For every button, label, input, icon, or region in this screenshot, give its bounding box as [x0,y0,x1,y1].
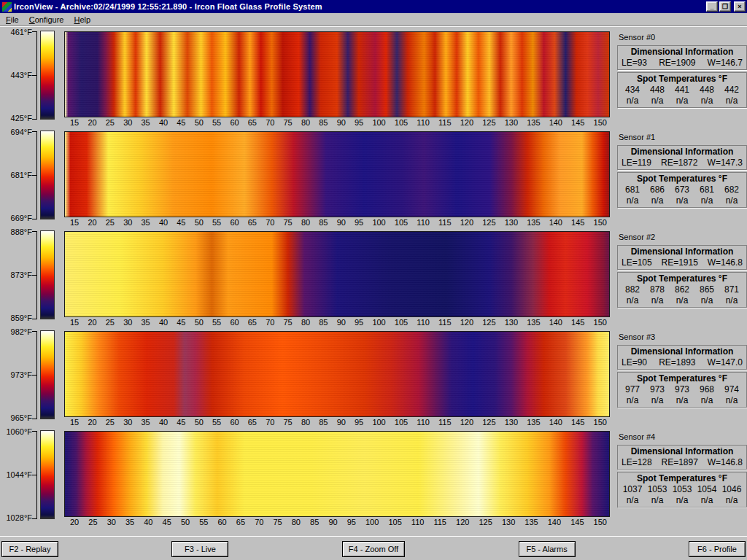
axis-tick-label: 90 [337,118,346,128]
axis-tick-label: 55 [212,318,221,327]
axis-tick-label: 40 [159,418,168,427]
sensor-info-panel: Sensor #2 Dimensional Information LE=105… [617,229,747,310]
minimize-button[interactable]: _ [706,1,718,12]
spot-cell: 1053 [670,484,694,494]
axis-tick-label: 105 [388,518,401,527]
thermal-profile-heatmap[interactable] [64,431,610,517]
sensor-rows: 461°F 443°F 425°F 1520253035404550556065… [0,26,747,529]
menu-file[interactable]: File [1,14,24,26]
sensor-info-panel: Sensor #1 Dimensional Information LE=119… [617,129,747,210]
axis-tick-label: 90 [337,218,346,228]
spot-cell: 686 [645,184,670,195]
axis-tick-label: 150 [594,318,607,327]
axis-tick-label: 35 [125,518,134,527]
axis-tick-label: 105 [395,118,408,128]
f5-alarms-button[interactable]: F5 - Alarms [519,541,576,557]
axis-tick-label: 50 [195,218,204,228]
left-edge-value: LE=90 [622,357,647,368]
menu-help[interactable]: Help [69,14,96,26]
sensor-name: Sensor #4 [619,432,747,441]
temperature-scale: 888°F 873°F 859°F [0,229,64,329]
spot-temperature-values: 10371053105310541046 [620,483,744,494]
axis-tick-label: 95 [355,218,363,228]
thermal-profile-heatmap[interactable] [64,231,610,317]
spot-cell: n/a [670,295,694,306]
f6-profile-button[interactable]: F6 - Profile [689,541,746,557]
spot-cell: n/a [645,195,670,206]
axis-tick-label: 115 [438,318,452,327]
axis-tick-label: 65 [248,318,257,327]
f3-live-button[interactable]: F3 - Live [171,541,228,557]
axis-tick-label: 35 [142,418,150,427]
sensor-name: Sensor #3 [619,332,747,341]
profile-plot: 1520253035404550556065707580859095100105… [64,129,611,228]
sensor-row: 1060°F 1044°F 1028°F 2025303540455055606… [0,429,747,529]
close-button[interactable]: × [734,1,746,12]
axis-tick-label: 110 [411,518,425,527]
window-title: IrconView - Archive:02/24/1999 12:55:21.… [14,2,706,11]
sensor-name: Sensor #0 [619,33,747,42]
spot-cell: n/a [670,96,694,106]
app-window: IrconView - Archive:02/24/1999 12:55:21.… [0,0,747,560]
width-value: W=146.7 [708,58,743,68]
axis-tick-label: 100 [372,318,385,327]
sensor-info-panel: Sensor #0 Dimensional Information LE=93 … [617,29,747,110]
spot-cell: 441 [670,85,694,95]
axis-tick-label: 120 [460,418,473,427]
left-edge-value: LE=93 [622,58,647,68]
spot-cell: 1037 [620,484,645,494]
axis-tick-label: 110 [417,218,430,228]
dimensional-values: LE=90 RE=1893 W=147.0 [620,357,744,368]
axis-tick-label: 85 [319,418,328,427]
spot-cell: 673 [670,184,694,195]
x-axis: 2025303540455055606570758085909510010511… [64,517,610,527]
spot-temperature-values: 977973973968974 [620,384,744,394]
axis-tick-label: 150 [594,218,607,228]
x-axis: 1520253035404550556065707580859095100105… [64,117,610,128]
sensor-row: 888°F 873°F 859°F 1520253035404550556065… [0,229,747,329]
sensor-row: 982°F 973°F 965°F 1520253035404550556065… [0,329,747,429]
spot-cell: 681 [620,184,645,195]
f4-zoom-off-button[interactable]: F4 - Zoom Off [342,541,405,557]
restore-button[interactable]: ❐ [719,1,731,12]
axis-tick-label: 65 [236,518,245,527]
spot-cell: 974 [719,384,744,394]
thermal-profile-heatmap[interactable] [64,331,610,417]
thermal-profile-heatmap[interactable] [64,131,610,217]
axis-tick-label: 45 [163,518,171,527]
axis-tick-label: 145 [571,118,584,128]
axis-tick-label: 110 [417,418,430,427]
menu-configure[interactable]: Configure [24,14,69,26]
thermal-profile-heatmap[interactable] [64,31,610,117]
axis-tick-label: 40 [144,518,152,527]
spot-temperature-na-row: n/an/an/an/an/a [620,195,744,206]
dimensional-info-header: Dimensional Information [620,446,744,456]
axis-tick-label: 25 [88,518,97,527]
spot-temperatures-box: Spot Temperatures °F 434448441448442 n/a… [617,72,747,108]
axis-tick-label: 55 [212,118,221,128]
spot-cell: n/a [620,96,645,106]
scale-min-label: 425°F [11,114,32,122]
x-axis: 1520253035404550556065707580859095100105… [64,417,610,427]
axis-tick-label: 70 [266,418,274,427]
axis-tick-label: 130 [505,218,518,228]
axis-tick-label: 110 [417,118,430,128]
spot-cell: n/a [620,495,645,505]
spot-cell: n/a [645,395,670,405]
dimensional-info-header: Dimensional Information [620,246,744,257]
spot-cell: 448 [645,85,670,95]
dimensional-info-header: Dimensional Information [620,147,744,157]
right-edge-value: RE=1909 [659,58,695,68]
axis-tick-label: 95 [355,418,363,427]
f2-replay-button[interactable]: F2 - Replay [1,541,58,557]
axis-tick-label: 20 [88,418,96,427]
axis-tick-label: 140 [549,218,562,228]
width-value: W=146.8 [708,257,743,268]
dimensional-info-box: Dimensional Information LE=128 RE=1897 W… [617,445,747,470]
spot-temperatures-header: Spot Temperatures °F [620,74,744,84]
spot-cell: n/a [719,495,744,505]
spot-cell: 434 [620,85,645,95]
axis-tick-label: 60 [230,118,239,128]
axis-tick-label: 50 [195,418,204,427]
axis-tick-label: 80 [301,118,310,128]
